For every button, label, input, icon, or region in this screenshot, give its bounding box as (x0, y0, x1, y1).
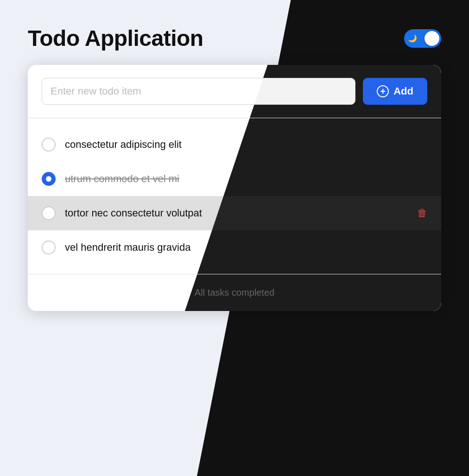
toggle-circle (425, 31, 439, 46)
todo-text: consectetur adipiscing elit (65, 139, 427, 151)
card-footer: All tasks completed (28, 274, 441, 311)
moon-icon: 🌙 (408, 34, 417, 43)
todo-radio[interactable] (42, 172, 56, 186)
todo-card: + Add consectetur adipiscing elit🗑utrum … (28, 65, 441, 311)
delete-icon[interactable]: 🗑 (417, 207, 427, 219)
todo-item[interactable]: utrum commodo et vel mi🗑 (28, 162, 441, 196)
add-icon: + (377, 85, 389, 97)
todo-radio[interactable] (42, 138, 56, 152)
footer-text: All tasks completed (195, 287, 274, 298)
todo-text: tortor nec consectetur volutpat (65, 207, 408, 219)
add-button-label: Add (393, 85, 413, 97)
dark-mode-toggle[interactable]: 🌙 (404, 29, 441, 48)
input-row: + Add (28, 65, 441, 118)
app-title: Todo Application (28, 25, 203, 51)
header: Todo Application 🌙 (28, 25, 441, 51)
todo-radio[interactable] (42, 206, 56, 220)
todo-item[interactable]: consectetur adipiscing elit🗑 (28, 127, 441, 162)
add-button[interactable]: + Add (363, 78, 427, 105)
todo-text: vel hendrerit mauris gravida (65, 241, 427, 254)
todo-text: utrum commodo et vel mi (65, 173, 427, 185)
todo-input[interactable] (42, 78, 355, 105)
todo-radio[interactable] (42, 241, 56, 254)
todo-item[interactable]: tortor nec consectetur volutpat🗑 (28, 196, 441, 230)
todo-list: consectetur adipiscing elit🗑utrum commod… (28, 118, 441, 274)
todo-item[interactable]: vel hendrerit mauris gravida🗑 (28, 230, 441, 265)
page: Todo Application 🌙 + Add consectetur adi… (0, 0, 469, 336)
